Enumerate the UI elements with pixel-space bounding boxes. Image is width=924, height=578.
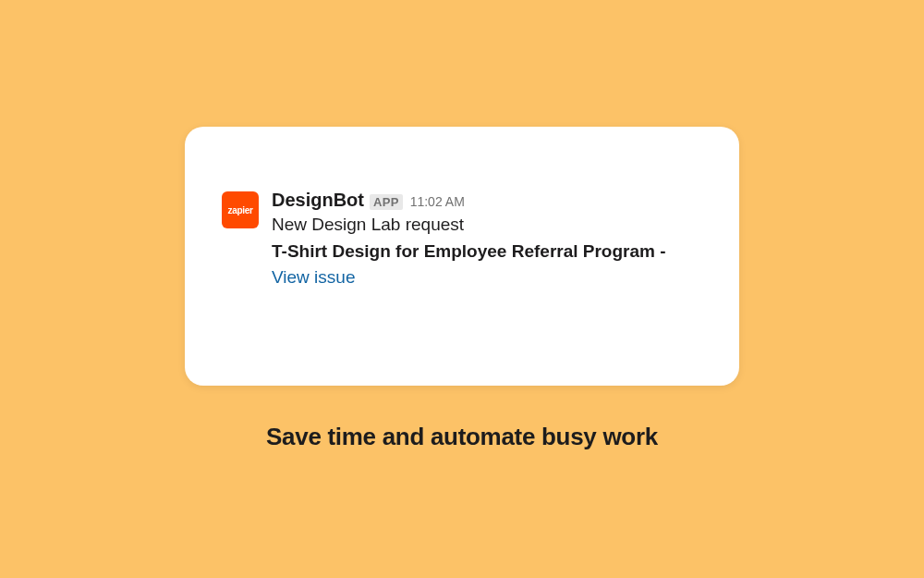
message-text: New Design Lab request [272,213,702,238]
message-title: T-Shirt Design for Employee Referral Pro… [272,240,702,264]
avatar-label: zapier [227,205,252,215]
tagline: Save time and automate busy work [266,423,658,451]
bot-name: DesignBot [272,190,364,211]
view-issue-link[interactable]: View issue [272,265,702,290]
timestamp: 11:02 AM [410,194,465,209]
message-content: DesignBot APP 11:02 AM New Design Lab re… [272,190,702,290]
app-badge: APP [370,194,403,210]
message-card: zapier DesignBot APP 11:02 AM New Design… [185,127,739,386]
message-header: DesignBot APP 11:02 AM [272,190,702,211]
bot-avatar: zapier [222,191,259,228]
